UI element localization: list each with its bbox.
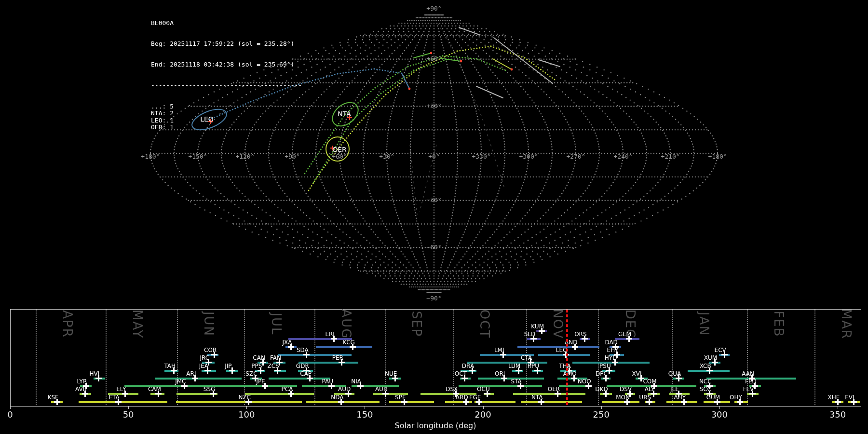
month-label-jan: JAN [697,304,711,344]
month-label-oct: OCT [478,304,491,344]
shower-count-line: LEO: 1 [151,117,302,124]
shower-code-label-gdr: GDR [285,363,319,369]
shower-activity-bar-mon [602,401,639,403]
shower-code-label-kcg: KCG [332,339,366,346]
shower-code-label-rpu: RPU [516,363,550,369]
shower-code-label-nda: NDA [320,394,354,401]
x-tick-label-300: 300 [705,409,734,420]
shower-count-line: NTA: 2 [151,110,302,117]
shower-activity-bar-kcg [316,346,372,348]
shower-code-label-jle: JLE [658,386,692,393]
x-axis-title: Solar longitude (deg) [363,421,508,430]
shower-code-label-aur: AUR [365,386,398,393]
shower-code-label-kum: KUM [521,324,555,330]
shower-code-label-gem: GEM [608,331,642,338]
shower-code-label-ahy: AHY [663,394,697,401]
month-label-mar: MAR [840,304,853,344]
x-tick-label-0: 0 [0,409,25,420]
radiant-label: NTA [338,110,351,118]
shower-code-label-jxa: JXA [270,339,304,346]
shower-activity-bar-spe [389,401,434,403]
shower-code-label-eri: ERI [313,331,347,338]
shower-code-label-scc: SCC [689,386,722,393]
shower-code-label-ohy: OHY [719,394,753,401]
shower-code-label-xum: XUM [694,355,728,361]
shower-code-label-ege: EGE [458,394,492,401]
shower-code-label-sta: STA [500,379,533,385]
shower-code-label-eta: ETA [97,394,131,401]
shower-code-label-oct: OCT [444,371,477,377]
shower-code-label-evi: EVI [833,394,867,401]
shower-code-label-szc: SZC [234,371,268,377]
month-gridline-aug [314,310,315,405]
shower-code-label-aud: AUD [327,386,361,393]
shower-code-label-amo: AMO [553,371,587,377]
shower-code-label-dpc: DPC [585,371,619,377]
x-tick-150 [365,406,365,409]
shower-code-label-avb: AVB [64,386,98,393]
shower-code-label-dsx: DSX [435,386,469,393]
shower-code-label-jrc: JRC [188,355,221,361]
shower-code-label-nia: NIA [339,379,373,385]
current-sol-marker-1 [567,310,568,405]
shower-code-label-ecv: ECV [704,347,737,353]
shower-code-label-spe: SPE [383,394,417,401]
x-tick-label-100: 100 [232,409,261,420]
shower-code-label-fan: FAN [258,355,292,361]
shower-activity-bar-eta [79,401,167,403]
shower-code-label-nzc: NZC [228,394,261,401]
station-id: BE000A [151,20,302,27]
session-begin: Beg: 20251117 17:59:22 (sol = 235.28°) [151,41,302,47]
shower-code-label-hvi: HVI [78,371,111,377]
x-tick-label-200: 200 [469,409,498,420]
x-tick-label-350: 350 [823,409,852,420]
x-tick-350 [838,406,838,409]
shower-code-label-tah: TAH [153,363,187,369]
month-gridline-mar [814,310,815,405]
shower-code-label-nta: NTA [520,394,554,401]
shower-code-label-fed: FED [734,379,768,385]
shower-code-label-jmc: JMC [163,379,197,385]
shower-code-label-ors: ORS [564,331,597,338]
shower-code-label-ehy: EHY [596,347,630,353]
shower-code-label-xcb: XCB [689,363,722,369]
shower-code-label-kse: KSE [36,394,70,401]
shower-code-label-and: AND [554,339,588,346]
shower-code-label-ari: ARI [174,371,208,377]
shower-code-label-ncc: NCC [689,379,722,385]
shower-code-label-tha: THA [548,363,582,369]
shower-code-label-dra: DRA [451,363,485,369]
x-tick-label-250: 250 [587,409,616,420]
month-label-jun: JUN [202,304,216,344]
x-tick-100 [246,406,247,409]
x-tick-label-50: 50 [114,409,143,420]
shower-code-label-com: COM [633,379,667,385]
month-label-sep: SEP [410,304,423,344]
month-label-may: MAY [131,304,144,344]
shower-code-label-qua: QUA [658,371,692,377]
shower-code-label-jpe: JPE [244,379,278,385]
shower-code-label-cam: CAM [137,386,171,393]
shower-code-label-urs: URS [628,394,662,401]
shower-code-label-aan: AAN [731,371,765,377]
month-gridline-jun [177,310,178,405]
x-tick-0 [10,406,11,409]
shower-code-label-fev: FEV [732,386,765,393]
shower-code-label-lmi: LMI [482,347,516,353]
month-label-jul: JUL [270,304,283,344]
shower-code-label-leo: LEO [545,347,579,353]
x-tick-300 [719,406,720,409]
x-tick-50 [128,406,129,409]
activity-timeline-chart: APRMAYJUNJULAUGSEPOCTNOVDECJANFEBMARKUME… [0,307,868,434]
shower-code-label-per: PER [321,355,354,361]
radiant-nta: NTA [328,98,363,131]
shower-code-label-zcs: ZCS [257,363,290,369]
shower-code-label-dad: DAD [595,339,628,346]
shower-count-list: ...: 5NTA: 2LEO: 1OER: 1 [151,103,302,131]
shower-code-label-hyd: HYD [594,355,628,361]
x-tick-200 [483,406,484,409]
shower-code-label-nue: NUE [374,371,408,377]
shower-activity-bar-nzc [176,401,302,403]
shower-code-label-ori: ORI [483,371,517,377]
x-tick-label-150: 150 [350,409,379,420]
